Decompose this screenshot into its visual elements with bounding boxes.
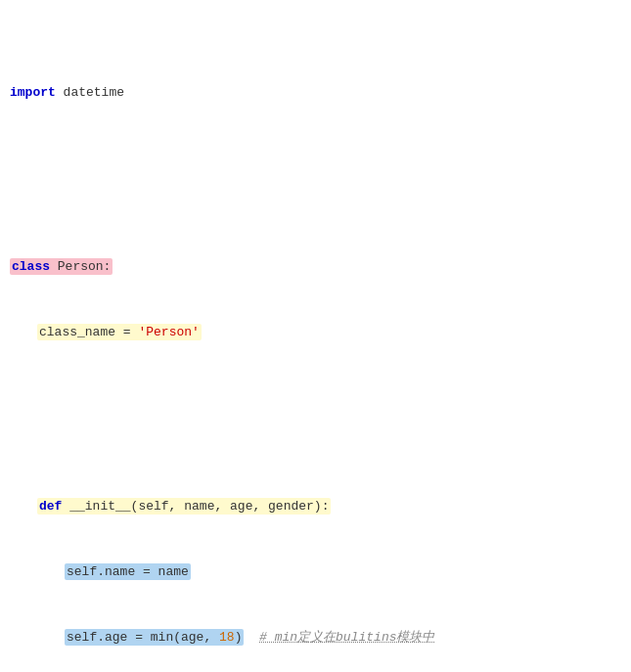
line-self-name: self.name = name	[10, 561, 621, 584]
line-def-init: def __init__(self, name, age, gender):	[10, 496, 621, 518]
line-class: class Person:	[10, 256, 621, 279]
line-blank2	[10, 409, 621, 431]
code-block: import datetime class Person: class_name…	[0, 10, 631, 672]
line-self-age: self.age = min(age, 18) # min定义在bulitins…	[10, 627, 621, 650]
line-class-name: class_name = 'Person'	[10, 322, 621, 344]
line-import: import datetime	[10, 82, 621, 105]
line-blank	[10, 169, 621, 192]
